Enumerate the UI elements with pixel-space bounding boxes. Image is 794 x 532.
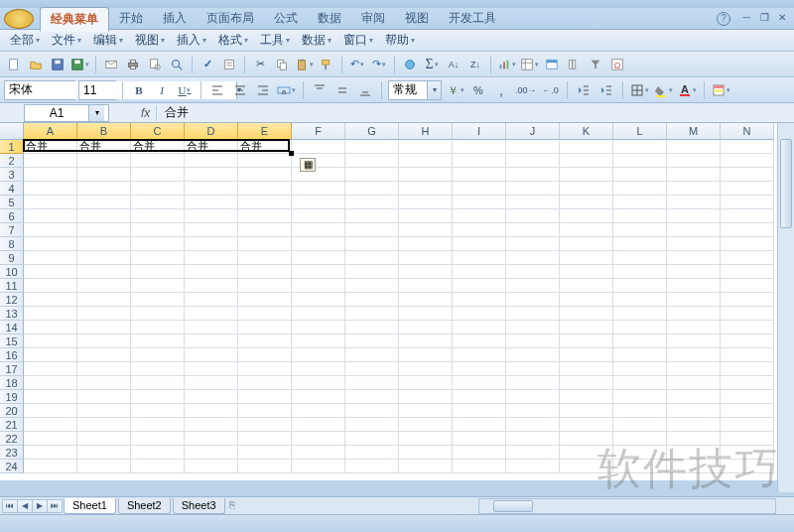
cell[interactable]: [506, 390, 560, 404]
row-header[interactable]: 22: [0, 432, 24, 446]
save-button[interactable]: [48, 55, 67, 74]
cell[interactable]: [613, 251, 667, 265]
ribbon-tab-review[interactable]: 审阅: [351, 7, 395, 30]
cell[interactable]: [667, 432, 721, 446]
number-format-combo[interactable]: ▾: [388, 80, 442, 100]
cell[interactable]: [667, 237, 721, 251]
cell[interactable]: [399, 418, 453, 432]
cell[interactable]: [560, 154, 613, 168]
cell[interactable]: [24, 446, 77, 460]
percent-button[interactable]: %: [468, 80, 488, 100]
cell[interactable]: [399, 460, 453, 473]
currency-button[interactable]: ￥▾: [445, 80, 465, 100]
cell[interactable]: [667, 418, 721, 432]
cell[interactable]: [399, 209, 453, 223]
cell[interactable]: [453, 154, 506, 168]
cell[interactable]: [667, 390, 721, 404]
cell[interactable]: [131, 348, 185, 362]
menu-tools[interactable]: 工具▾: [256, 30, 294, 51]
italic-button[interactable]: I: [152, 80, 172, 100]
cell[interactable]: [453, 140, 506, 154]
row-header[interactable]: 4: [0, 182, 24, 196]
cell[interactable]: [131, 334, 185, 348]
cell[interactable]: [77, 279, 131, 293]
cell[interactable]: [667, 140, 721, 154]
cell[interactable]: [667, 168, 721, 182]
cell[interactable]: [560, 209, 613, 223]
cell[interactable]: [345, 446, 399, 460]
cell[interactable]: [560, 390, 613, 404]
sort-desc-button[interactable]: Z↓: [465, 55, 485, 74]
cell[interactable]: [185, 209, 238, 223]
cell[interactable]: [667, 196, 721, 209]
cell[interactable]: [185, 321, 238, 334]
column-header[interactable]: D: [185, 123, 238, 140]
cell[interactable]: [185, 446, 238, 460]
cond-format-button[interactable]: ▾: [711, 80, 731, 100]
dropdown-icon[interactable]: ▾: [88, 105, 104, 121]
row-header[interactable]: 2: [0, 154, 24, 168]
cell[interactable]: [506, 182, 560, 196]
cell[interactable]: [721, 460, 774, 473]
cell[interactable]: [506, 154, 560, 168]
ribbon-tab-dev[interactable]: 开发工具: [439, 7, 506, 30]
cell[interactable]: [24, 223, 77, 237]
cell[interactable]: [24, 348, 77, 362]
cell[interactable]: [131, 209, 185, 223]
cell[interactable]: [238, 209, 292, 223]
cell[interactable]: [721, 293, 774, 307]
cell[interactable]: [24, 154, 77, 168]
cell[interactable]: [560, 418, 613, 432]
cell[interactable]: [24, 251, 77, 265]
fill-color-button[interactable]: ▾: [653, 80, 674, 100]
cell[interactable]: [345, 390, 399, 404]
cell[interactable]: [506, 404, 560, 418]
cell[interactable]: [131, 390, 185, 404]
cell[interactable]: [345, 460, 399, 473]
cell[interactable]: [185, 432, 238, 446]
cell[interactable]: [238, 307, 292, 321]
cell[interactable]: [77, 209, 131, 223]
cell[interactable]: [399, 182, 453, 196]
cell[interactable]: [185, 265, 238, 279]
menu-all[interactable]: 全部▾: [6, 30, 44, 51]
cell[interactable]: [399, 293, 453, 307]
chart-button[interactable]: ▾: [496, 55, 517, 74]
column-header[interactable]: C: [131, 123, 185, 140]
cell[interactable]: [345, 140, 399, 154]
office-button[interactable]: [4, 9, 34, 29]
cell[interactable]: [613, 140, 667, 154]
cell[interactable]: [399, 223, 453, 237]
cell[interactable]: [24, 168, 77, 182]
menu-help[interactable]: 帮助▾: [381, 30, 419, 51]
vertical-scrollbar[interactable]: [777, 123, 794, 492]
cell[interactable]: [77, 237, 131, 251]
cell[interactable]: [131, 432, 185, 446]
ribbon-tab-home[interactable]: 开始: [109, 7, 153, 30]
cell[interactable]: [238, 348, 292, 362]
row-header[interactable]: 24: [0, 460, 24, 473]
cell[interactable]: [345, 432, 399, 446]
row-header[interactable]: 18: [0, 376, 24, 390]
cell[interactable]: [185, 348, 238, 362]
cell[interactable]: [292, 293, 345, 307]
cell[interactable]: [721, 307, 774, 321]
cell[interactable]: [667, 404, 721, 418]
cell[interactable]: [721, 279, 774, 293]
cell[interactable]: [721, 404, 774, 418]
cell[interactable]: 合并: [24, 140, 77, 154]
pivot-button[interactable]: ▾: [519, 55, 540, 74]
cell[interactable]: [185, 168, 238, 182]
cell[interactable]: [560, 223, 613, 237]
row-header[interactable]: 17: [0, 362, 24, 376]
cell[interactable]: [292, 196, 345, 209]
cell[interactable]: [560, 376, 613, 390]
cell[interactable]: [721, 168, 774, 182]
fx-icon[interactable]: fx: [141, 106, 150, 120]
hyperlink-button[interactable]: [400, 55, 420, 74]
cell[interactable]: [453, 182, 506, 196]
align-middle-button[interactable]: [332, 80, 352, 100]
select-all-corner[interactable]: [0, 123, 24, 140]
align-bottom-button[interactable]: [355, 80, 375, 100]
cell[interactable]: [131, 321, 185, 334]
